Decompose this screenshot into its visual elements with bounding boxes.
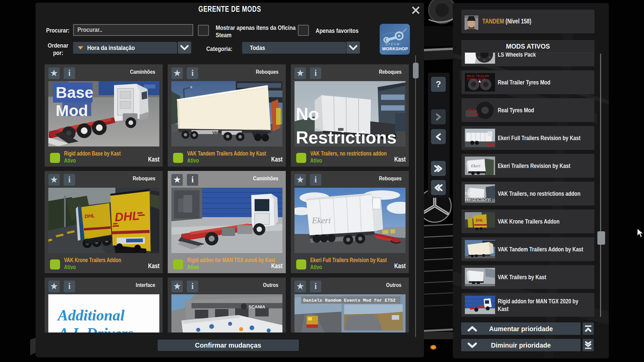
svg-text:REAL TRAILER: REAL TRAILER	[467, 74, 489, 78]
svg-text:SCANIA: SCANIA	[249, 304, 265, 309]
svg-text:DHL: DHL	[476, 218, 483, 222]
svg-text:Daniels Random Events Mod for: Daniels Random Events Mod for ETS2	[303, 298, 395, 303]
svg-text:DHL: DHL	[84, 213, 95, 219]
svg-text:No: No	[296, 104, 319, 124]
svg-text:REAL: REAL	[468, 109, 477, 112]
svg-text:A.I. Drivers: A.I. Drivers	[57, 325, 133, 333]
svg-text:STEAM: STEAM	[385, 43, 400, 46]
svg-text:TYRES MOD: TYRES MOD	[467, 78, 485, 81]
svg-text:Mod: Mod	[56, 102, 88, 119]
svg-text:TYRES: TYRES	[468, 113, 479, 116]
svg-text:DHL: DHL	[114, 208, 140, 224]
svg-text:Additional: Additional	[57, 307, 125, 324]
svg-text:VAK: VAK	[212, 131, 220, 135]
svg-text:WORKSHOP: WORKSHOP	[382, 47, 408, 51]
svg-text:Base: Base	[56, 83, 93, 101]
svg-text:Restrictions: Restrictions	[296, 128, 397, 146]
svg-text:Ekeri: Ekeri	[471, 163, 481, 168]
svg-text:Ekeri: Ekeri	[312, 216, 331, 225]
